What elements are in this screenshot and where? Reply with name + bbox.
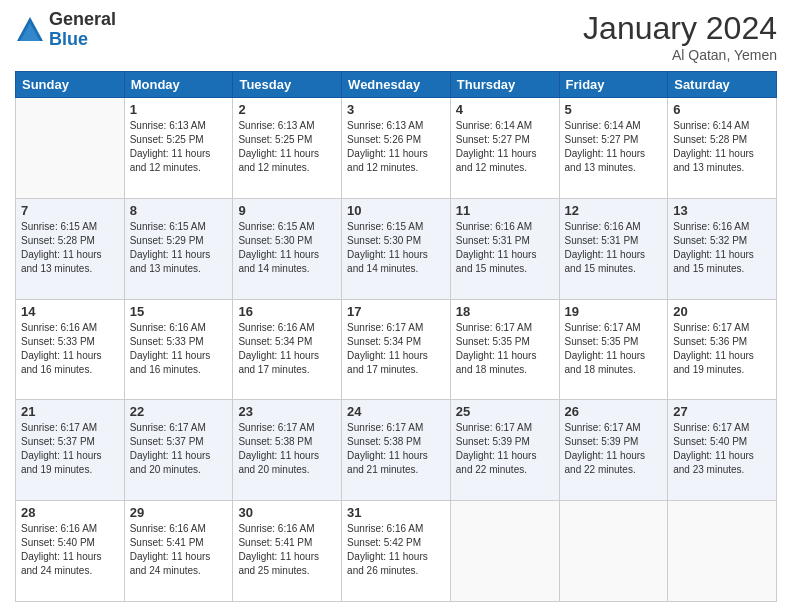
- day-info: Sunrise: 6:17 AMSunset: 5:36 PMDaylight:…: [673, 322, 754, 375]
- day-info: Sunrise: 6:17 AMSunset: 5:34 PMDaylight:…: [347, 322, 428, 375]
- day-number: 15: [130, 304, 228, 319]
- col-tuesday: Tuesday: [233, 72, 342, 98]
- day-number: 30: [238, 505, 336, 520]
- table-row: [668, 501, 777, 602]
- day-number: 20: [673, 304, 771, 319]
- day-number: 12: [565, 203, 663, 218]
- day-info: Sunrise: 6:16 AMSunset: 5:31 PMDaylight:…: [565, 221, 646, 274]
- day-info: Sunrise: 6:16 AMSunset: 5:41 PMDaylight:…: [130, 523, 211, 576]
- day-info: Sunrise: 6:17 AMSunset: 5:39 PMDaylight:…: [565, 422, 646, 475]
- table-row: 9 Sunrise: 6:15 AMSunset: 5:30 PMDayligh…: [233, 198, 342, 299]
- day-number: 21: [21, 404, 119, 419]
- day-number: 18: [456, 304, 554, 319]
- header: General Blue January 2024 Al Qatan, Yeme…: [15, 10, 777, 63]
- table-row: 1 Sunrise: 6:13 AMSunset: 5:25 PMDayligh…: [124, 98, 233, 199]
- location: Al Qatan, Yemen: [583, 47, 777, 63]
- day-number: 4: [456, 102, 554, 117]
- calendar-week-row: 14 Sunrise: 6:16 AMSunset: 5:33 PMDaylig…: [16, 299, 777, 400]
- logo-text: General Blue: [49, 10, 116, 50]
- day-info: Sunrise: 6:17 AMSunset: 5:37 PMDaylight:…: [130, 422, 211, 475]
- table-row: 23 Sunrise: 6:17 AMSunset: 5:38 PMDaylig…: [233, 400, 342, 501]
- day-info: Sunrise: 6:16 AMSunset: 5:32 PMDaylight:…: [673, 221, 754, 274]
- day-number: 1: [130, 102, 228, 117]
- table-row: 24 Sunrise: 6:17 AMSunset: 5:38 PMDaylig…: [342, 400, 451, 501]
- table-row: 3 Sunrise: 6:13 AMSunset: 5:26 PMDayligh…: [342, 98, 451, 199]
- day-info: Sunrise: 6:15 AMSunset: 5:28 PMDaylight:…: [21, 221, 102, 274]
- day-info: Sunrise: 6:15 AMSunset: 5:30 PMDaylight:…: [238, 221, 319, 274]
- day-number: 31: [347, 505, 445, 520]
- day-number: 5: [565, 102, 663, 117]
- day-number: 11: [456, 203, 554, 218]
- table-row: 7 Sunrise: 6:15 AMSunset: 5:28 PMDayligh…: [16, 198, 125, 299]
- table-row: 27 Sunrise: 6:17 AMSunset: 5:40 PMDaylig…: [668, 400, 777, 501]
- day-number: 27: [673, 404, 771, 419]
- day-number: 17: [347, 304, 445, 319]
- calendar-header-row: Sunday Monday Tuesday Wednesday Thursday…: [16, 72, 777, 98]
- col-thursday: Thursday: [450, 72, 559, 98]
- month-title: January 2024: [583, 10, 777, 47]
- table-row: 11 Sunrise: 6:16 AMSunset: 5:31 PMDaylig…: [450, 198, 559, 299]
- table-row: 2 Sunrise: 6:13 AMSunset: 5:25 PMDayligh…: [233, 98, 342, 199]
- day-info: Sunrise: 6:16 AMSunset: 5:41 PMDaylight:…: [238, 523, 319, 576]
- table-row: 25 Sunrise: 6:17 AMSunset: 5:39 PMDaylig…: [450, 400, 559, 501]
- logo-blue: Blue: [49, 30, 116, 50]
- day-info: Sunrise: 6:15 AMSunset: 5:29 PMDaylight:…: [130, 221, 211, 274]
- day-number: 28: [21, 505, 119, 520]
- table-row: 21 Sunrise: 6:17 AMSunset: 5:37 PMDaylig…: [16, 400, 125, 501]
- day-number: 29: [130, 505, 228, 520]
- logo: General Blue: [15, 10, 116, 50]
- table-row: 20 Sunrise: 6:17 AMSunset: 5:36 PMDaylig…: [668, 299, 777, 400]
- table-row: [450, 501, 559, 602]
- day-number: 10: [347, 203, 445, 218]
- table-row: 16 Sunrise: 6:16 AMSunset: 5:34 PMDaylig…: [233, 299, 342, 400]
- day-info: Sunrise: 6:16 AMSunset: 5:33 PMDaylight:…: [21, 322, 102, 375]
- day-number: 22: [130, 404, 228, 419]
- day-info: Sunrise: 6:15 AMSunset: 5:30 PMDaylight:…: [347, 221, 428, 274]
- day-info: Sunrise: 6:14 AMSunset: 5:28 PMDaylight:…: [673, 120, 754, 173]
- day-number: 9: [238, 203, 336, 218]
- table-row: 12 Sunrise: 6:16 AMSunset: 5:31 PMDaylig…: [559, 198, 668, 299]
- table-row: 26 Sunrise: 6:17 AMSunset: 5:39 PMDaylig…: [559, 400, 668, 501]
- day-info: Sunrise: 6:13 AMSunset: 5:25 PMDaylight:…: [130, 120, 211, 173]
- day-number: 7: [21, 203, 119, 218]
- day-info: Sunrise: 6:14 AMSunset: 5:27 PMDaylight:…: [456, 120, 537, 173]
- day-number: 3: [347, 102, 445, 117]
- day-info: Sunrise: 6:17 AMSunset: 5:39 PMDaylight:…: [456, 422, 537, 475]
- calendar-week-row: 21 Sunrise: 6:17 AMSunset: 5:37 PMDaylig…: [16, 400, 777, 501]
- calendar: Sunday Monday Tuesday Wednesday Thursday…: [15, 71, 777, 602]
- table-row: 14 Sunrise: 6:16 AMSunset: 5:33 PMDaylig…: [16, 299, 125, 400]
- table-row: 10 Sunrise: 6:15 AMSunset: 5:30 PMDaylig…: [342, 198, 451, 299]
- table-row: 22 Sunrise: 6:17 AMSunset: 5:37 PMDaylig…: [124, 400, 233, 501]
- day-info: Sunrise: 6:16 AMSunset: 5:40 PMDaylight:…: [21, 523, 102, 576]
- day-number: 24: [347, 404, 445, 419]
- day-number: 19: [565, 304, 663, 319]
- day-info: Sunrise: 6:16 AMSunset: 5:31 PMDaylight:…: [456, 221, 537, 274]
- table-row: 8 Sunrise: 6:15 AMSunset: 5:29 PMDayligh…: [124, 198, 233, 299]
- day-info: Sunrise: 6:17 AMSunset: 5:38 PMDaylight:…: [238, 422, 319, 475]
- table-row: 18 Sunrise: 6:17 AMSunset: 5:35 PMDaylig…: [450, 299, 559, 400]
- day-number: 23: [238, 404, 336, 419]
- day-info: Sunrise: 6:16 AMSunset: 5:33 PMDaylight:…: [130, 322, 211, 375]
- logo-icon: [15, 15, 45, 45]
- col-saturday: Saturday: [668, 72, 777, 98]
- day-number: 14: [21, 304, 119, 319]
- table-row: 6 Sunrise: 6:14 AMSunset: 5:28 PMDayligh…: [668, 98, 777, 199]
- page: General Blue January 2024 Al Qatan, Yeme…: [0, 0, 792, 612]
- day-info: Sunrise: 6:17 AMSunset: 5:35 PMDaylight:…: [565, 322, 646, 375]
- calendar-week-row: 28 Sunrise: 6:16 AMSunset: 5:40 PMDaylig…: [16, 501, 777, 602]
- day-info: Sunrise: 6:17 AMSunset: 5:38 PMDaylight:…: [347, 422, 428, 475]
- day-info: Sunrise: 6:16 AMSunset: 5:34 PMDaylight:…: [238, 322, 319, 375]
- day-info: Sunrise: 6:17 AMSunset: 5:40 PMDaylight:…: [673, 422, 754, 475]
- table-row: 5 Sunrise: 6:14 AMSunset: 5:27 PMDayligh…: [559, 98, 668, 199]
- table-row: 30 Sunrise: 6:16 AMSunset: 5:41 PMDaylig…: [233, 501, 342, 602]
- day-info: Sunrise: 6:17 AMSunset: 5:37 PMDaylight:…: [21, 422, 102, 475]
- calendar-week-row: 7 Sunrise: 6:15 AMSunset: 5:28 PMDayligh…: [16, 198, 777, 299]
- day-number: 6: [673, 102, 771, 117]
- day-info: Sunrise: 6:13 AMSunset: 5:25 PMDaylight:…: [238, 120, 319, 173]
- day-info: Sunrise: 6:13 AMSunset: 5:26 PMDaylight:…: [347, 120, 428, 173]
- calendar-week-row: 1 Sunrise: 6:13 AMSunset: 5:25 PMDayligh…: [16, 98, 777, 199]
- day-number: 8: [130, 203, 228, 218]
- day-info: Sunrise: 6:17 AMSunset: 5:35 PMDaylight:…: [456, 322, 537, 375]
- table-row: 17 Sunrise: 6:17 AMSunset: 5:34 PMDaylig…: [342, 299, 451, 400]
- day-number: 26: [565, 404, 663, 419]
